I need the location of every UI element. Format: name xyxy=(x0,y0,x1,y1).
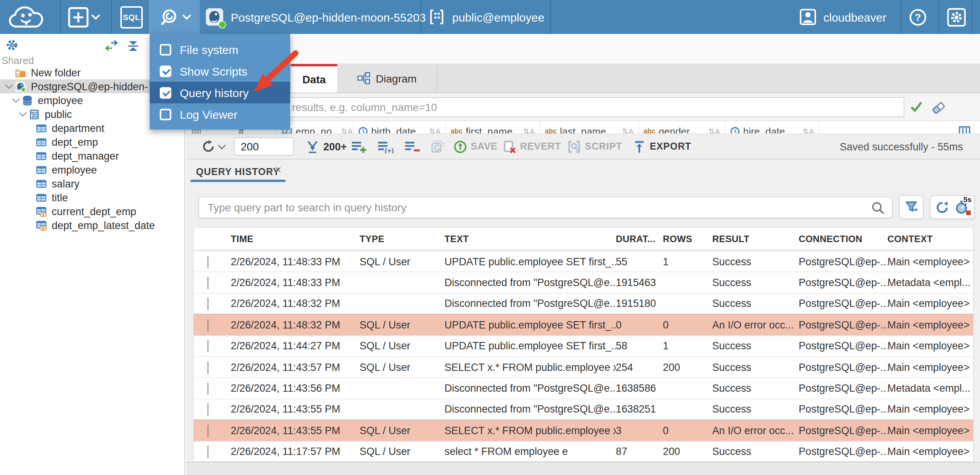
checkbox-checked-icon[interactable] xyxy=(160,87,171,98)
checkbox-checked-icon[interactable] xyxy=(160,65,171,77)
connection-selector[interactable]: PostgreSQL@ep-hidden-moon-55203 xyxy=(205,0,426,34)
user-menu[interactable]: cloudbeaver xyxy=(799,0,886,34)
menu-item-query-history[interactable]: Query history xyxy=(150,82,290,103)
history-row[interactable]: 2/26/2024, 11:48:33 PMSQL / UserUPDATE p… xyxy=(194,251,973,272)
tree-item-current-dept-emp[interactable]: current_dept_emp xyxy=(0,204,184,218)
sql-editor-button[interactable]: SQL xyxy=(120,0,148,34)
expand-chevron-icon[interactable] xyxy=(194,319,231,331)
expand-chevron-icon[interactable] xyxy=(194,277,231,288)
top-bar: SQL PostgreSQL@ep-hidden-moon-55203 xyxy=(0,0,980,34)
chevron-down-icon[interactable] xyxy=(2,85,15,88)
close-icon[interactable]: × xyxy=(275,163,282,176)
tree-item-employee[interactable]: employee xyxy=(0,163,184,177)
tree-item-dept-emp-latest-date[interactable]: dept_emp_latest_date xyxy=(0,218,184,232)
menu-item-file-system[interactable]: File system xyxy=(150,39,290,60)
checkbox-unchecked-icon[interactable] xyxy=(160,44,171,55)
link-with-editor-icon[interactable] xyxy=(105,39,118,52)
fetch-next-page-button[interactable]: 200+ xyxy=(306,134,347,159)
export-button[interactable]: EXPORT xyxy=(633,134,691,159)
sort-icon[interactable]: ⇅A xyxy=(796,127,814,133)
history-row[interactable]: 2/26/2024, 11:44:27 PMSQL / UserUPDATE p… xyxy=(194,335,973,356)
grid-column-last-name[interactable]: abclast_name⇅A xyxy=(540,121,639,133)
refresh-button[interactable] xyxy=(201,134,225,159)
column-header-durat[interactable]: DURAT... xyxy=(616,233,663,244)
script-button[interactable]: SCRIPT xyxy=(567,134,622,159)
expand-chevron-icon[interactable] xyxy=(194,382,231,394)
clear-filter-icon[interactable] xyxy=(931,100,946,114)
cell-context: Metadata <empl... xyxy=(887,382,973,394)
cloudbeaver-logo[interactable] xyxy=(6,0,49,34)
save-button[interactable]: SAVE xyxy=(454,134,497,159)
menu-item-log-viewer[interactable]: Log Viewer xyxy=(150,103,290,125)
column-header-text[interactable]: TEXT xyxy=(444,233,616,244)
grid-column-birth-date[interactable]: birth_date⇅A xyxy=(353,121,446,133)
checkbox-unchecked-icon[interactable] xyxy=(160,108,171,120)
column-header-time[interactable]: TIME xyxy=(231,233,360,244)
expand-chevron-icon[interactable] xyxy=(194,425,231,436)
new-object-button[interactable] xyxy=(68,0,108,34)
history-row[interactable]: 2/26/2024, 11:43:56 PMDisconnected from … xyxy=(194,377,973,399)
expand-chevron-icon[interactable] xyxy=(194,340,231,352)
revert-button[interactable]: REVERT xyxy=(503,134,561,159)
grid-column-gender[interactable]: abcgender⇅A xyxy=(639,121,725,133)
sort-icon[interactable]: ⇅A xyxy=(616,127,634,133)
refresh-row-button[interactable] xyxy=(430,134,444,159)
view-icon xyxy=(35,219,47,231)
sort-icon[interactable]: ⇅A xyxy=(517,127,535,133)
history-row[interactable]: 2/26/2024, 11:17:57 PMSQL / Userselect *… xyxy=(194,441,973,462)
history-row[interactable]: 2/26/2024, 11:48:32 PMDisconnected from … xyxy=(194,293,973,314)
tree-item-dept-emp[interactable]: dept_emp xyxy=(0,135,184,149)
tree-item-salary[interactable]: salary xyxy=(0,177,184,190)
tab-diagram[interactable]: Diagram xyxy=(337,64,438,93)
settings-button[interactable] xyxy=(947,0,966,34)
tab-query-history[interactable]: QUERY HISTORY xyxy=(196,167,280,177)
tab-data[interactable]: Data xyxy=(291,64,337,93)
sort-icon[interactable]: ⇅A xyxy=(423,127,441,133)
query-history-search-input[interactable] xyxy=(198,197,893,218)
sort-icon[interactable]: ⇅A xyxy=(702,127,720,133)
expand-chevron-icon[interactable] xyxy=(194,446,231,457)
column-settings-icon[interactable] xyxy=(958,126,971,133)
menu-item-show-scripts[interactable]: Show Scripts xyxy=(150,60,290,82)
duplicate-row-button[interactable]: (+) xyxy=(377,134,394,159)
chevron-down-icon[interactable] xyxy=(16,113,29,116)
tree-item-label: public xyxy=(45,108,72,120)
sort-icon[interactable]: ⇅A xyxy=(335,127,353,133)
collapse-all-icon[interactable] xyxy=(127,39,140,52)
history-row[interactable]: 2/26/2024, 11:48:32 PMSQL / UserUPDATE p… xyxy=(194,314,973,335)
column-header-connection[interactable]: CONNECTION xyxy=(799,233,887,244)
bottom-strip xyxy=(186,462,980,475)
query-history-filter-button[interactable] xyxy=(899,195,924,219)
expand-chevron-icon[interactable] xyxy=(194,298,231,310)
chevron-down-icon[interactable] xyxy=(9,99,22,102)
column-header-result[interactable]: RESULT xyxy=(712,233,799,244)
tree-item-title[interactable]: title xyxy=(0,190,184,204)
auto-refresh-timer-icon[interactable]: 5s xyxy=(955,200,969,214)
cell-time: 2/26/2024, 11:43:55 PM xyxy=(231,404,360,415)
divider xyxy=(111,0,112,34)
history-row[interactable]: 2/26/2024, 11:43:57 PMSQL / UserSELECT x… xyxy=(194,356,973,377)
apply-filter-icon[interactable] xyxy=(910,100,923,113)
expand-chevron-icon[interactable] xyxy=(194,361,231,373)
refresh-icon[interactable] xyxy=(935,200,949,214)
history-row[interactable]: 2/26/2024, 11:43:55 PMDisconnected from … xyxy=(194,398,973,419)
sidebar-settings-icon[interactable] xyxy=(5,39,19,52)
history-row[interactable]: 2/26/2024, 11:48:33 PMDisconnected from … xyxy=(194,272,973,293)
history-row[interactable]: 2/26/2024, 11:43:55 PMSQL / UserSELECT x… xyxy=(194,419,973,441)
row-limit-input[interactable] xyxy=(234,137,294,156)
help-button[interactable]: ? xyxy=(909,0,927,34)
search-icon xyxy=(871,201,884,214)
grid-column-first-name[interactable]: abcfirst_name⇅A xyxy=(446,121,540,133)
grid-column-hire-date[interactable]: hire_date⇅A xyxy=(725,121,819,133)
column-header-rows[interactable]: ROWS xyxy=(663,233,712,244)
expand-chevron-icon[interactable] xyxy=(194,256,231,267)
add-row-button[interactable] xyxy=(351,134,367,159)
schema-selector[interactable]: public@employee xyxy=(428,0,544,34)
column-header-context[interactable]: CONTEXT xyxy=(887,233,973,244)
column-header-type[interactable]: TYPE xyxy=(360,233,444,244)
tools-menu-button[interactable] xyxy=(149,0,200,34)
delete-row-button[interactable] xyxy=(404,134,421,159)
filter-input[interactable] xyxy=(193,97,904,117)
expand-chevron-icon[interactable] xyxy=(194,404,231,415)
tree-item-dept-manager[interactable]: dept_manager xyxy=(0,149,184,163)
